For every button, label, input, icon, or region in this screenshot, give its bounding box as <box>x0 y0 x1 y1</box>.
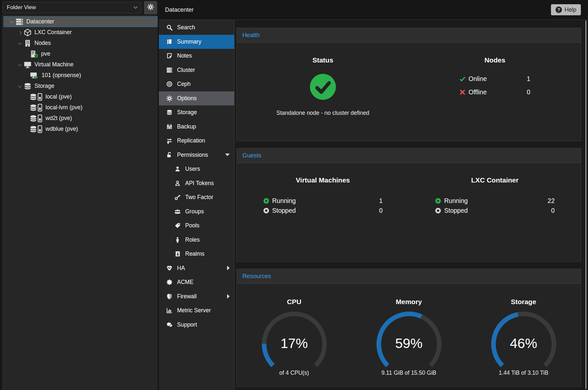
tag-icon <box>174 222 181 229</box>
tree-item-label: wdblue (pve) <box>45 126 78 132</box>
building-icon <box>24 39 32 47</box>
caret-down-icon[interactable] <box>16 42 24 45</box>
building-check-icon <box>30 50 38 58</box>
desktop-icon <box>24 61 32 69</box>
book-icon <box>166 39 173 45</box>
gauge-percent: 46% <box>486 336 561 351</box>
tree-item-101-opnsense[interactable]: 101 (opnsense) <box>2 70 158 81</box>
nav-item-groups[interactable]: Groups <box>159 205 234 219</box>
guests-column-lxc-container: LXC ContainerRunning22Stopped0 <box>409 163 581 262</box>
tree-item-virtual-machine[interactable]: Virtual Machine <box>2 59 158 70</box>
nav-item-metric-server[interactable]: Metric Server <box>159 303 234 318</box>
health-panel-title: Health <box>237 28 581 43</box>
status-value: 0 <box>379 207 383 214</box>
tree-item-label: LXC Container <box>34 29 72 36</box>
tree-item-nodes[interactable]: Nodes <box>2 38 158 48</box>
gauge-column-cpu: CPU17%of 4 CPU(s) <box>237 284 352 386</box>
nav-item-label: Firewall <box>177 293 197 300</box>
guests-column-heading: LXC Container <box>471 176 518 184</box>
cpu-usage-gauge: 17% <box>257 306 332 370</box>
nav-item-label: API Tokens <box>185 180 214 187</box>
health-panel: Health Status Standalone node - no clust… <box>236 28 581 141</box>
status-row-running: Running1 <box>263 197 383 205</box>
help-button[interactable]: ? Help <box>551 4 581 15</box>
caret-down-icon[interactable] <box>8 20 16 23</box>
caret-down-icon[interactable] <box>16 63 24 66</box>
caret-down-icon <box>225 154 230 156</box>
resource-tree-panel: Folder View DatacenterLXC ContainerNodes… <box>0 0 159 390</box>
nodes-heading: Nodes <box>484 56 505 64</box>
nav-item-realms[interactable]: Realms <box>159 247 234 261</box>
stop-circle-icon <box>263 208 269 214</box>
database-disk-icon <box>30 114 43 122</box>
ceph-icon <box>166 81 173 87</box>
tree-item-datacenter[interactable]: Datacenter <box>4 16 158 27</box>
nodes-status-column: Nodes Online1Offline0 <box>409 43 581 141</box>
view-mode-value: Folder View <box>7 4 36 11</box>
nav-item-label: Search <box>177 24 195 31</box>
nav-item-label: Backup <box>177 123 196 130</box>
key-icon <box>174 194 181 200</box>
nav-item-support[interactable]: Support <box>159 318 234 332</box>
tree-item-label: pve <box>41 50 50 57</box>
content-header-bar: Datacenter ? Help <box>159 0 588 20</box>
nav-item-options[interactable]: Options <box>159 91 234 106</box>
tree-item-wdblue-pve[interactable]: wdblue (pve) <box>2 124 158 134</box>
nav-item-acme[interactable]: ACME <box>159 275 234 289</box>
caret-down-icon[interactable] <box>16 85 24 87</box>
nav-item-firewall[interactable]: Firewall <box>159 289 234 304</box>
vertical-scrollbar[interactable] <box>585 20 586 389</box>
nav-item-summary[interactable]: Summary <box>159 35 234 49</box>
nav-item-two-factor[interactable]: Two Factor <box>159 190 234 205</box>
nav-item-cluster[interactable]: Cluster <box>159 63 234 77</box>
database-disk-icon <box>30 125 43 133</box>
database-icon <box>24 82 32 90</box>
play-circle-icon <box>435 198 441 204</box>
cluster-status-column: Status Standalone node - no cluster defi… <box>237 43 409 141</box>
caret-right-icon <box>227 294 230 299</box>
nav-item-label: Storage <box>177 109 197 116</box>
status-row-stopped: Stopped0 <box>435 207 555 214</box>
caret-right-icon[interactable] <box>16 31 24 34</box>
status-row-online: Online1 <box>459 75 530 83</box>
nav-item-storage[interactable]: Storage <box>159 105 234 120</box>
status-label: Running <box>272 197 296 205</box>
nav-item-notes[interactable]: Notes <box>159 49 234 63</box>
tree-item-label: Virtual Machine <box>34 61 73 68</box>
tree-item-wd2t-pve[interactable]: wd2t (pve) <box>2 113 158 124</box>
page-title: Datacenter <box>159 7 194 13</box>
tree-item-label: wd2t (pve) <box>45 115 72 122</box>
nav-item-ceph[interactable]: Ceph <box>159 77 234 91</box>
tree-settings-button[interactable] <box>144 1 157 14</box>
search-icon <box>166 24 173 31</box>
nav-item-users[interactable]: Users <box>159 162 234 176</box>
tree-item-pve[interactable]: pve <box>2 48 158 59</box>
nav-item-ha[interactable]: HA <box>159 261 234 276</box>
check-circle-icon <box>309 73 337 102</box>
nav-item-label: Pools <box>185 222 199 229</box>
address-book-icon <box>174 251 181 257</box>
nav-item-replication[interactable]: Replication <box>159 134 234 148</box>
status-label: Offline <box>468 88 487 96</box>
tree-item-local-pve[interactable]: local (pve) <box>2 91 158 102</box>
nav-item-roles[interactable]: Roles <box>159 233 234 247</box>
tree-item-local-lvm-pve[interactable]: local-lvm (pve) <box>2 102 158 113</box>
tree-toolbar: Folder View <box>2 0 158 15</box>
nav-item-api-tokens[interactable]: API Tokens <box>159 176 234 191</box>
view-mode-select[interactable]: Folder View <box>3 2 141 13</box>
users-icon <box>174 208 181 215</box>
gauge-column-memory: Memory59%9.11 GiB of 15.50 GiB <box>352 284 466 386</box>
nav-item-pools[interactable]: Pools <box>159 219 234 233</box>
tree-item-storage[interactable]: Storage <box>2 81 158 91</box>
stop-circle-icon <box>435 208 441 214</box>
tree-item-lxc-container[interactable]: LXC Container <box>2 27 158 38</box>
nav-item-label: Roles <box>185 236 200 243</box>
nav-item-backup[interactable]: Backup <box>159 120 234 134</box>
help-button-label: Help <box>565 7 576 13</box>
nav-item-search[interactable]: Search <box>159 20 234 35</box>
chevron-down-icon <box>134 5 138 9</box>
memory-usage-gauge: 59% <box>372 306 446 370</box>
nav-item-permissions[interactable]: Permissions <box>159 148 234 162</box>
guests-panel: Guests Virtual MachinesRunning1Stopped0L… <box>236 148 581 262</box>
nav-item-label: Options <box>177 95 197 102</box>
